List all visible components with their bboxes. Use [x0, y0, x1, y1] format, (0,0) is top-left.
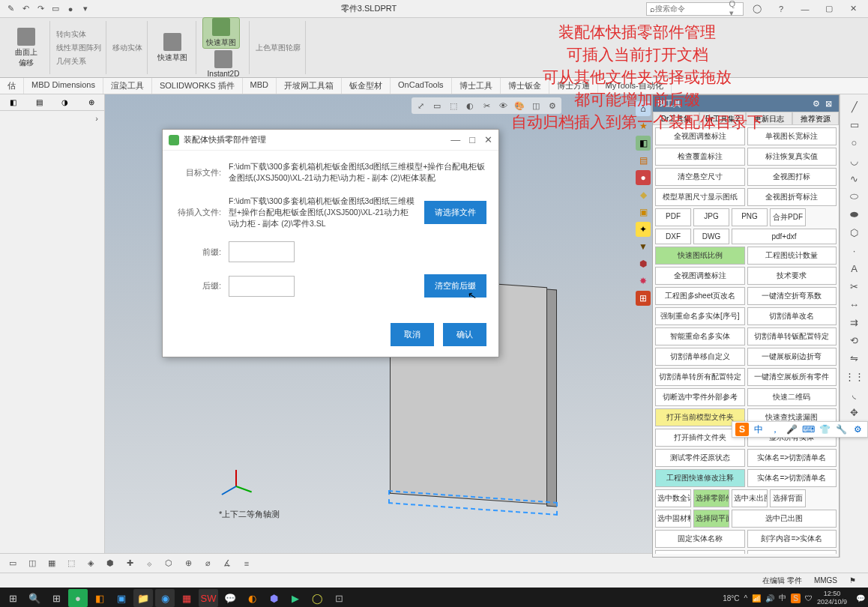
bt-11[interactable]: ⌀ [199, 556, 216, 571]
taskpane-design-icon[interactable]: ◧ [636, 136, 651, 151]
tool-button[interactable]: 工程图统计数量 [747, 247, 837, 265]
bt-9[interactable]: ⬡ [160, 556, 177, 571]
task-explorer[interactable]: 📁 [133, 589, 153, 607]
ribbon-relations[interactable]: 几何关系 [56, 55, 101, 67]
taskpane-addin1-icon[interactable]: ▣ [636, 205, 651, 220]
vt-trim-icon[interactable]: ✂ [845, 279, 864, 294]
bt-5[interactable]: ◈ [82, 556, 99, 571]
tool-button[interactable]: 一键清空展板所有零件 [747, 368, 837, 386]
rp-tab-3[interactable]: 更新日志 [746, 112, 792, 125]
bt-6[interactable]: ⬢ [102, 556, 118, 571]
tab-boshi2[interactable]: 博士钣金 [501, 78, 549, 94]
tool-button[interactable]: 删除指定特征 [655, 550, 745, 554]
tab-gu[interactable]: 估 [0, 78, 24, 94]
ribbon-surface-offset[interactable]: 曲面上 偏移 [7, 28, 45, 68]
tool-button[interactable]: 快速二维码 [747, 388, 837, 406]
task-app4[interactable]: ▦ [177, 589, 196, 607]
tool-button[interactable]: 智能重命名多实体 [655, 327, 745, 345]
vt-point-icon[interactable]: · [845, 243, 864, 258]
task-app9[interactable]: ⊡ [329, 589, 349, 607]
tool-button[interactable]: 选择同平面 [693, 510, 729, 528]
tool-button[interactable]: 切割清单转所有配置特定 [655, 368, 745, 386]
rp-tab-1[interactable]: Dr工具集 [653, 112, 699, 125]
tool-button[interactable]: 选择零部件 [693, 489, 729, 507]
taskpane-addin6-icon[interactable]: ⊞ [636, 291, 651, 306]
view-section-icon[interactable]: ✂ [479, 99, 494, 112]
tab-kaipo[interactable]: 开坡网工具箱 [277, 78, 342, 94]
ribbon-quick-sketch1[interactable]: 快速草图 [154, 33, 191, 63]
tab-mbd[interactable]: MBD [243, 78, 277, 94]
tool-button[interactable]: 标注恢复真实值 [747, 148, 837, 166]
maximize-button[interactable]: ▢ [820, 2, 838, 16]
vt-extend-icon[interactable]: ↔ [845, 297, 864, 312]
confirm-button[interactable]: 确认 [443, 323, 486, 346]
task-app6[interactable]: ⬢ [264, 589, 283, 607]
tool-button[interactable]: 实体名=>切割清单名 [747, 449, 837, 467]
task-solidworks[interactable]: SW [199, 589, 218, 607]
taskpane-addin3-icon[interactable]: ▼ [636, 239, 651, 254]
qat-select-icon[interactable]: ▭ [49, 3, 61, 15]
bt-1[interactable]: ▭ [4, 556, 21, 571]
taskpane-custom-icon[interactable]: ◆ [636, 187, 651, 202]
task-wechat[interactable]: 💬 [220, 589, 240, 607]
tool-button[interactable]: 全视图调整标注 [655, 267, 745, 285]
ribbon-quick-sketch2[interactable]: 快速草图 [202, 17, 240, 49]
tool-button[interactable]: 模型草图尺寸显示图纸 [655, 188, 745, 206]
task-view-icon[interactable]: ⊞ [46, 589, 66, 607]
tool-button[interactable]: 检查覆盖标注 [655, 148, 745, 166]
tab-boshi1[interactable]: 博士工具 [452, 78, 501, 94]
close-button[interactable]: ✕ [844, 2, 862, 16]
tool-button[interactable]: DXF [655, 229, 691, 244]
vt-circle-icon[interactable]: ○ [845, 135, 864, 150]
tool-button[interactable]: 快速图纸比例 [655, 247, 745, 265]
ime-punctuation-icon[interactable]: ， [768, 423, 782, 436]
dialog-minimize[interactable]: — [450, 134, 460, 145]
ime-settings-icon[interactable]: ⚙ [851, 423, 864, 436]
vt-ellipse-icon[interactable]: ⬭ [845, 189, 864, 204]
tab-sheetmetal[interactable]: 钣金型材 [342, 78, 391, 94]
tray-notifications-icon[interactable]: 💬 [856, 594, 865, 603]
tab-mytools[interactable]: MyTools-自动化 [598, 78, 672, 94]
bt-3[interactable]: ▦ [43, 556, 60, 571]
dialog-maximize[interactable]: □ [469, 134, 475, 145]
view-fit-icon[interactable]: ▭ [430, 99, 444, 112]
tool-button[interactable]: PNG [732, 208, 768, 226]
tool-button[interactable]: 切断选中零件外部参考 [655, 388, 745, 406]
tool-button[interactable]: 图形视区中动态高亮显示 [747, 550, 837, 554]
tool-button[interactable]: 技术要求 [747, 267, 837, 285]
ime-skin-icon[interactable]: 👕 [818, 423, 831, 436]
tool-button[interactable]: 选中已出图 [732, 510, 837, 528]
command-search[interactable]: ⌕ Q ▾ [646, 2, 744, 16]
status-units[interactable]: MMGS [808, 576, 843, 585]
select-file-button[interactable]: 请选择文件 [424, 201, 486, 224]
ribbon-convert[interactable]: 转向实体 [56, 28, 101, 40]
qat-options-icon[interactable]: ▾ [79, 3, 91, 15]
tool-button[interactable]: pdf+dxf [732, 229, 837, 244]
task-app5[interactable]: ◐ [242, 589, 262, 607]
tab-mbd-dim[interactable]: MBD Dimensions [24, 78, 103, 94]
qat-pin-icon[interactable]: ● [64, 3, 76, 15]
tool-button[interactable]: 全视图折弯标注 [747, 188, 837, 206]
tool-button[interactable]: 选择背面 [770, 489, 806, 507]
bt-7[interactable]: ✚ [121, 556, 138, 571]
fm-tab-4[interactable]: ⊕ [78, 94, 104, 110]
vt-text-icon[interactable]: A [845, 261, 864, 276]
tool-button[interactable]: 合并PDF [770, 208, 806, 226]
tool-button[interactable]: 固定实体名称 [655, 530, 745, 548]
command-search-input[interactable] [655, 4, 729, 13]
bt-12[interactable]: ∡ [219, 556, 235, 571]
ribbon-linear-pattern[interactable]: 线性草图阵列 [56, 42, 101, 54]
tool-button[interactable]: 测试零件还原状态 [655, 449, 745, 467]
taskpane-addin4-icon[interactable]: ⬢ [636, 256, 651, 271]
help-icon[interactable]: ? [772, 2, 790, 16]
vt-pattern-icon[interactable]: ⋮⋮ [845, 369, 864, 384]
fm-tab-1[interactable]: ◧ [0, 94, 26, 110]
dialog-close[interactable]: ✕ [484, 134, 492, 145]
vt-arc-icon[interactable]: ◡ [845, 153, 864, 168]
taskpane-appearance-icon[interactable]: ● [636, 170, 651, 185]
ribbon-shade[interactable]: 上色草图轮廓 [256, 42, 301, 54]
ime-keyboard-icon[interactable]: ⌨ [801, 423, 815, 436]
tool-button[interactable]: 清空悬空尺寸 [655, 168, 745, 186]
task-app2[interactable]: ◧ [90, 589, 109, 607]
view-settings-icon[interactable]: ⚙ [545, 99, 560, 112]
